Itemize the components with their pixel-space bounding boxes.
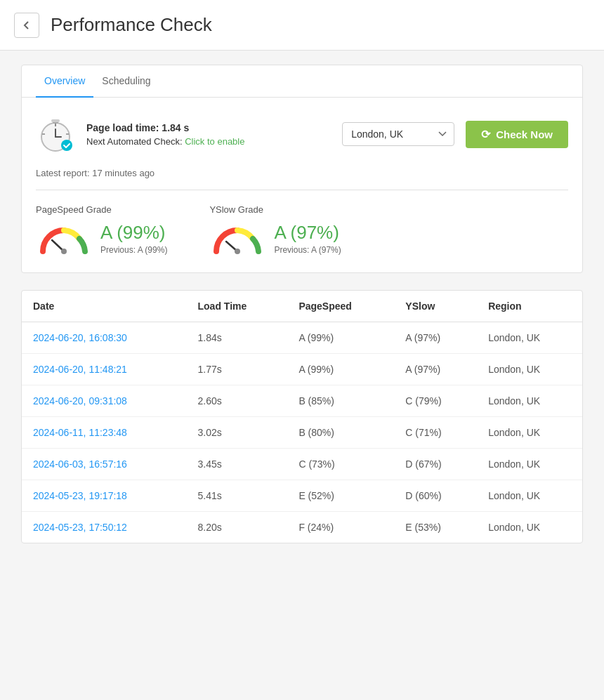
date-link[interactable]: 2024-06-20, 09:31:08 <box>33 395 127 407</box>
col-pagespeed: PageSpeed <box>287 291 394 322</box>
refresh-icon: ⟳ <box>481 128 490 141</box>
table-row: 2024-06-11, 11:23:483.02sB (80%)C (71%)L… <box>22 417 582 449</box>
pagespeed-grade-content: A (99%) Previous: A (99%) <box>36 220 167 256</box>
cell-date: 2024-06-20, 09:31:08 <box>22 385 187 417</box>
table-body: 2024-06-20, 16:08:301.84sA (99%)A (97%)L… <box>22 322 582 543</box>
yslow-grade-block: YSlow Grade <box>209 204 341 256</box>
cell-pagespeed: A (99%) <box>287 322 394 354</box>
cell-region: London, UK <box>477 449 582 480</box>
main-card: Overview Scheduling <box>21 65 583 273</box>
cell-region: London, UK <box>477 322 582 354</box>
grades-row: PageSpeed Grade <box>36 204 568 256</box>
table-header: Date Load Time PageSpeed YSlow Region <box>22 291 582 322</box>
cell-region: London, UK <box>477 385 582 417</box>
latest-report: Latest report: 17 minutes ago <box>36 168 568 178</box>
tab-overview[interactable]: Overview <box>36 65 93 98</box>
info-block: Page load time: 1.84 s Next Automated Ch… <box>86 122 331 147</box>
date-link[interactable]: 2024-05-23, 17:50:12 <box>33 522 127 533</box>
cell-region: London, UK <box>477 354 582 385</box>
table-row: 2024-05-23, 19:17:185.41sE (52%)D (60%)L… <box>22 480 582 512</box>
cell-pagespeed: F (24%) <box>287 512 394 543</box>
check-now-button[interactable]: ⟳ Check Now <box>466 121 568 148</box>
pagespeed-grade-value: A (99%) <box>100 222 167 244</box>
svg-point-12 <box>235 249 240 254</box>
svg-point-10 <box>61 249 67 254</box>
cell-region: London, UK <box>477 417 582 449</box>
cell-load-time: 2.60s <box>187 385 288 417</box>
table-row: 2024-06-20, 09:31:082.60sB (85%)C (79%)L… <box>22 385 582 417</box>
cell-region: London, UK <box>477 512 582 543</box>
cell-date: 2024-06-20, 16:08:30 <box>22 322 187 354</box>
cell-pagespeed: C (73%) <box>287 449 394 480</box>
cell-load-time: 1.84s <box>187 322 288 354</box>
cell-pagespeed: A (99%) <box>287 354 394 385</box>
cell-yslow: C (71%) <box>394 417 477 449</box>
date-link[interactable]: 2024-06-20, 16:08:30 <box>33 332 127 343</box>
stopwatch-icon <box>36 114 75 154</box>
main-content: Overview Scheduling <box>0 51 604 557</box>
cell-region: London, UK <box>477 480 582 512</box>
overview-panel: Page load time: 1.84 s Next Automated Ch… <box>22 98 582 272</box>
next-check-label: Next Automated Check: <box>86 136 183 147</box>
next-check-info: Next Automated Check: Click to enable <box>86 136 331 147</box>
cell-yslow: D (67%) <box>394 449 477 480</box>
date-link[interactable]: 2024-06-20, 11:48:21 <box>33 364 127 375</box>
page-load-value: 1.84 s <box>162 122 189 133</box>
check-now-label: Check Now <box>496 128 553 140</box>
divider <box>36 190 568 190</box>
svg-point-8 <box>61 140 72 151</box>
yslow-grade-label: YSlow Grade <box>209 204 263 215</box>
top-row: Page load time: 1.84 s Next Automated Ch… <box>36 114 568 154</box>
cell-date: 2024-05-23, 17:50:12 <box>22 512 187 543</box>
cell-load-time: 3.02s <box>187 417 288 449</box>
tab-scheduling[interactable]: Scheduling <box>93 65 159 98</box>
cell-yslow: A (97%) <box>394 354 477 385</box>
cell-load-time: 3.45s <box>187 449 288 480</box>
cell-pagespeed: B (80%) <box>287 417 394 449</box>
pagespeed-grade-block: PageSpeed Grade <box>36 204 167 256</box>
location-select[interactable]: London, UK New York, US Frankfurt, DE Si… <box>342 122 454 146</box>
yslow-grade-content: A (97%) Previous: A (97%) <box>209 220 341 256</box>
col-region: Region <box>477 291 582 322</box>
svg-rect-5 <box>51 119 60 122</box>
enable-automated-check-link[interactable]: Click to enable <box>185 136 244 147</box>
yslow-gauge <box>209 220 265 256</box>
yslow-grade-text: A (97%) Previous: A (97%) <box>274 222 341 255</box>
cell-yslow: C (79%) <box>394 385 477 417</box>
cell-date: 2024-05-23, 19:17:18 <box>22 480 187 512</box>
cell-pagespeed: E (52%) <box>287 480 394 512</box>
cell-date: 2024-06-20, 11:48:21 <box>22 354 187 385</box>
cell-date: 2024-06-03, 16:57:16 <box>22 449 187 480</box>
cell-pagespeed: B (85%) <box>287 385 394 417</box>
page-load-label: Page load time: <box>86 122 159 133</box>
page-load-info: Page load time: 1.84 s <box>86 122 331 133</box>
cell-load-time: 8.20s <box>187 512 288 543</box>
header: Performance Check <box>0 0 604 51</box>
pagespeed-gauge <box>36 220 92 256</box>
table-row: 2024-06-03, 16:57:163.45sC (73%)D (67%)L… <box>22 449 582 480</box>
back-button[interactable] <box>14 13 39 38</box>
cell-load-time: 5.41s <box>187 480 288 512</box>
col-load-time: Load Time <box>187 291 288 322</box>
yslow-grade-value: A (97%) <box>274 222 341 244</box>
page-title: Performance Check <box>51 14 212 36</box>
pagespeed-grade-label: PageSpeed Grade <box>36 204 112 215</box>
cell-yslow: D (60%) <box>394 480 477 512</box>
table-row: 2024-06-20, 16:08:301.84sA (99%)A (97%)L… <box>22 322 582 354</box>
date-link[interactable]: 2024-05-23, 19:17:18 <box>33 490 127 501</box>
pagespeed-grade-text: A (99%) Previous: A (99%) <box>100 222 167 255</box>
date-link[interactable]: 2024-06-03, 16:57:16 <box>33 458 127 470</box>
date-link[interactable]: 2024-06-11, 11:23:48 <box>33 427 127 438</box>
pagespeed-grade-previous: Previous: A (99%) <box>100 245 167 255</box>
yslow-grade-previous: Previous: A (97%) <box>274 245 341 255</box>
table-row: 2024-05-23, 17:50:128.20sF (24%)E (53%)L… <box>22 512 582 543</box>
cell-yslow: E (53%) <box>394 512 477 543</box>
cell-date: 2024-06-11, 11:23:48 <box>22 417 187 449</box>
tab-bar: Overview Scheduling <box>22 65 582 98</box>
performance-table: Date Load Time PageSpeed YSlow Region 20… <box>22 291 582 543</box>
col-date: Date <box>22 291 187 322</box>
table-row: 2024-06-20, 11:48:211.77sA (99%)A (97%)L… <box>22 354 582 385</box>
col-yslow: YSlow <box>394 291 477 322</box>
cell-yslow: A (97%) <box>394 322 477 354</box>
cell-load-time: 1.77s <box>187 354 288 385</box>
